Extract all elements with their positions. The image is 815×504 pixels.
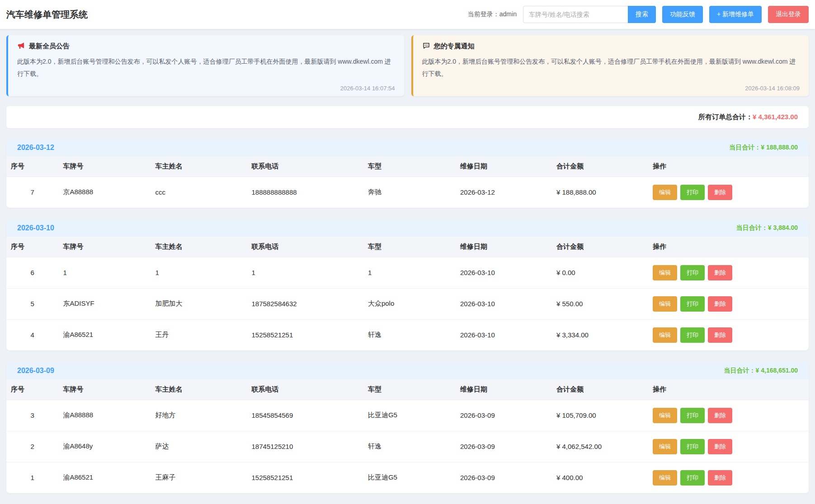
speech-bubble-icon <box>422 42 430 51</box>
column-header: 合计金额 <box>552 379 648 400</box>
edit-button[interactable]: 编辑 <box>653 265 677 280</box>
cell-seq: 1 <box>6 462 58 493</box>
cell-date: 2026-03-09 <box>456 400 552 431</box>
search-group: 搜索 <box>523 6 656 23</box>
cell-plate: 东ADISYF <box>58 288 151 319</box>
cell-seq: 7 <box>6 177 58 208</box>
column-header: 联系电话 <box>247 237 363 257</box>
cell-owner: 王麻子 <box>151 462 247 493</box>
cell-phone: 188888888888 <box>247 177 363 208</box>
notice-body: 此版本为2.0，新增后台账号管理和公告发布，可以私发个人账号，适合修理厂员工带手… <box>422 56 800 80</box>
edit-button[interactable]: 编辑 <box>653 296 677 312</box>
search-input[interactable] <box>523 6 628 23</box>
edit-button[interactable]: 编辑 <box>653 439 677 454</box>
cell-model: 1 <box>363 257 456 288</box>
logout-button[interactable]: 退出登录 <box>768 6 809 23</box>
print-button[interactable]: 打印 <box>680 439 705 454</box>
day-group: 2026-03-12当日合计：¥ 188,888.00序号车牌号车主姓名联系电话… <box>6 139 809 208</box>
login-status: 当前登录：admin <box>468 10 517 19</box>
day-group: 2026-03-09当日合计：¥ 4,168,651.00序号车牌号车主姓名联系… <box>6 362 809 493</box>
cell-phone: 18745125210 <box>247 431 363 462</box>
global-announcement-card: 最新全员公告 此版本为2.0，新增后台账号管理和公告发布，可以私发个人账号，适合… <box>6 35 404 96</box>
table-row: 3渝A88888好地方18545854569比亚迪G52026-03-09¥ 1… <box>6 400 809 431</box>
cell-seq: 2 <box>6 431 58 462</box>
table-header-row: 序号车牌号车主姓名联系电话车型维修日期合计金额操作 <box>6 379 809 400</box>
cell-model: 奔驰 <box>363 177 456 208</box>
column-header: 操作 <box>648 156 809 177</box>
repair-orders-table: 序号车牌号车主姓名联系电话车型维修日期合计金额操作3渝A88888好地方1854… <box>6 379 809 493</box>
column-header: 维修日期 <box>456 156 552 177</box>
cell-plate: 京A88888 <box>58 177 151 208</box>
cell-date: 2026-03-09 <box>456 462 552 493</box>
print-button[interactable]: 打印 <box>680 185 705 200</box>
cell-owner: 萨达 <box>151 431 247 462</box>
cell-date: 2026-03-09 <box>456 431 552 462</box>
app-header: 汽车维修单管理系统 当前登录：admin 搜索 功能反馈 + 新增维修单 退出登… <box>0 0 815 29</box>
print-button[interactable]: 打印 <box>680 296 705 312</box>
cell-plate: 渝A88888 <box>58 400 151 431</box>
cell-model: 轩逸 <box>363 431 456 462</box>
cell-date: 2026-03-10 <box>456 319 552 350</box>
table-header-row: 序号车牌号车主姓名联系电话车型维修日期合计金额操作 <box>6 156 809 177</box>
table-row: 2渝A8648y萨达18745125210轩逸2026-03-09¥ 4,062… <box>6 431 809 462</box>
cell-amount: ¥ 4,062,542.00 <box>552 431 648 462</box>
megaphone-icon <box>17 42 25 51</box>
column-header: 联系电话 <box>247 156 363 177</box>
cell-actions: 编辑打印删除 <box>648 257 809 288</box>
cell-seq: 5 <box>6 288 58 319</box>
feedback-button[interactable]: 功能反馈 <box>662 6 703 23</box>
announcement-timestamp: 2026-03-14 16:07:54 <box>17 85 395 92</box>
column-header: 操作 <box>648 237 809 257</box>
day-group-header: 2026-03-09当日合计：¥ 4,168,651.00 <box>6 362 809 379</box>
print-button[interactable]: 打印 <box>680 470 705 485</box>
column-header: 车型 <box>363 379 456 400</box>
edit-button[interactable]: 编辑 <box>653 185 677 200</box>
cell-phone: 1 <box>247 257 363 288</box>
cell-model: 大众polo <box>363 288 456 319</box>
cell-owner: 王丹 <box>151 319 247 350</box>
cell-plate: 渝A86521 <box>58 462 151 493</box>
delete-button[interactable]: 删除 <box>708 185 732 200</box>
group-date: 2026-03-12 <box>17 144 54 152</box>
column-header: 联系电话 <box>247 379 363 400</box>
cell-phone: 187582584632 <box>247 288 363 319</box>
cell-owner: 1 <box>151 257 247 288</box>
day-group: 2026-03-10当日合计：¥ 3,884.00序号车牌号车主姓名联系电话车型… <box>6 219 809 350</box>
cell-phone: 15258521251 <box>247 462 363 493</box>
search-button[interactable]: 搜索 <box>628 6 656 23</box>
table-row: 5东ADISYF加肥加大187582584632大众polo2026-03-10… <box>6 288 809 319</box>
cell-plate: 渝A86521 <box>58 319 151 350</box>
announcement-body: 此版本为2.0，新增后台账号管理和公告发布，可以私发个人账号，适合修理厂员工带手… <box>17 56 395 80</box>
delete-button[interactable]: 删除 <box>708 296 732 312</box>
cell-phone: 18545854569 <box>247 400 363 431</box>
cell-actions: 编辑打印删除 <box>648 462 809 493</box>
column-header: 序号 <box>6 156 58 177</box>
column-header: 维修日期 <box>456 379 552 400</box>
table-row: 7京A88888ccc188888888888奔驰2026-03-12¥ 188… <box>6 177 809 208</box>
add-repair-order-button[interactable]: + 新增维修单 <box>709 6 762 23</box>
column-header: 维修日期 <box>456 237 552 257</box>
edit-button[interactable]: 编辑 <box>653 327 677 343</box>
edit-button[interactable]: 编辑 <box>653 470 677 485</box>
notice-timestamp: 2026-03-14 16:08:09 <box>422 85 800 92</box>
day-groups-container: 2026-03-12当日合计：¥ 188,888.00序号车牌号车主姓名联系电话… <box>6 139 809 493</box>
cell-amount: ¥ 105,709.00 <box>552 400 648 431</box>
delete-button[interactable]: 删除 <box>708 327 732 343</box>
delete-button[interactable]: 删除 <box>708 470 732 485</box>
edit-button[interactable]: 编辑 <box>653 408 677 423</box>
cell-amount: ¥ 3,334.00 <box>552 319 648 350</box>
group-date: 2026-03-10 <box>17 224 54 232</box>
orders-total-bar: 所有订单总合计：¥ 4,361,423.00 <box>6 106 809 128</box>
print-button[interactable]: 打印 <box>680 408 705 423</box>
delete-button[interactable]: 删除 <box>708 439 732 454</box>
column-header: 车牌号 <box>58 237 151 257</box>
delete-button[interactable]: 删除 <box>708 265 732 280</box>
print-button[interactable]: 打印 <box>680 265 705 280</box>
notice-title-row: 您的专属通知 <box>422 42 800 51</box>
delete-button[interactable]: 删除 <box>708 408 732 423</box>
cell-actions: 编辑打印删除 <box>648 319 809 350</box>
group-date: 2026-03-09 <box>17 367 54 375</box>
announcement-title: 最新全员公告 <box>29 42 70 51</box>
main-content: 最新全员公告 此版本为2.0，新增后台账号管理和公告发布，可以私发个人账号，适合… <box>0 29 815 504</box>
print-button[interactable]: 打印 <box>680 327 705 343</box>
